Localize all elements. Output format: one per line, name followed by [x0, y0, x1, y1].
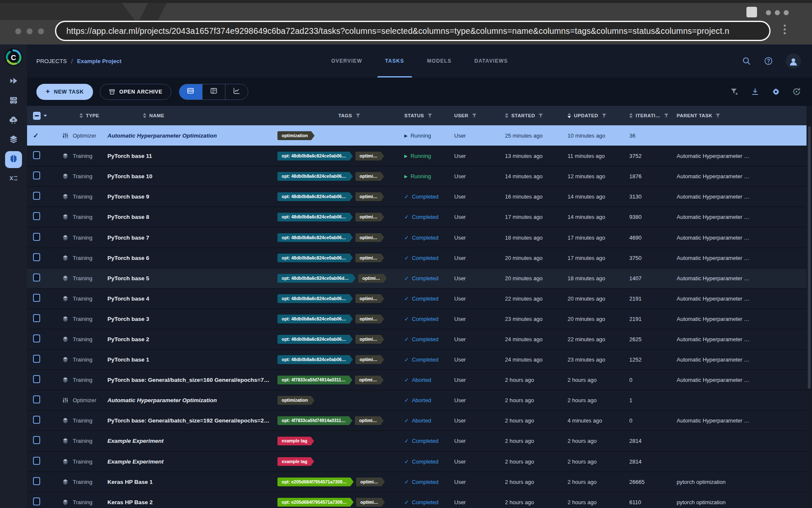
- select-all-checkbox[interactable]: [33, 112, 41, 120]
- row-select-cell[interactable]: [27, 314, 52, 324]
- task-name[interactable]: Example Experiment: [102, 458, 271, 465]
- auto-refresh-icon[interactable]: [792, 87, 801, 96]
- column-header-started[interactable]: STARTED: [498, 113, 561, 119]
- sidebar-item-getting-started[interactable]: [5, 73, 22, 90]
- row-checkbox[interactable]: [33, 151, 40, 159]
- table-row[interactable]: TrainingPyTorch base 5opt: 48db0b8a6c824…: [27, 268, 812, 288]
- row-select-cell[interactable]: [27, 294, 52, 304]
- sort-arrows-icon[interactable]: [568, 113, 571, 119]
- column-header-tags[interactable]: TAGS: [271, 113, 398, 118]
- row-select-cell[interactable]: [27, 457, 52, 467]
- table-row[interactable]: TrainingPyTorch base 3opt: 48db0b8a6c824…: [27, 309, 812, 329]
- tab-overview[interactable]: OVERVIEW: [322, 44, 371, 77]
- row-select-cell[interactable]: [27, 212, 52, 222]
- row-checkbox[interactable]: [33, 497, 40, 505]
- row-checkbox[interactable]: [33, 355, 40, 363]
- task-name[interactable]: Keras HP Base 1: [102, 479, 271, 485]
- row-select-cell[interactable]: [27, 497, 52, 507]
- row-select-cell[interactable]: [27, 273, 52, 283]
- row-checkbox[interactable]: [33, 477, 40, 485]
- help-icon[interactable]: [764, 56, 773, 66]
- row-select-cell[interactable]: [27, 477, 52, 487]
- task-name[interactable]: PyTorch base 1: [102, 356, 271, 363]
- open-archive-button[interactable]: OPEN ARCHIVE: [100, 84, 171, 100]
- browser-extension-icon[interactable]: [746, 7, 757, 17]
- column-header-name[interactable]: NAME: [102, 113, 271, 119]
- task-name[interactable]: Keras HP Base 2: [102, 499, 271, 505]
- address-bar[interactable]: https://app.clear.ml/projects/2043a1657f…: [55, 21, 771, 41]
- compare-view-button[interactable]: [225, 84, 248, 99]
- table-row[interactable]: TrainingKeras HP Base 2opt: e205d684f795…: [27, 492, 812, 508]
- table-row[interactable]: TrainingExample Experimentexample tag✓Co…: [27, 451, 812, 472]
- row-checkbox[interactable]: [33, 457, 40, 465]
- row-select-cell[interactable]: [27, 171, 52, 181]
- row-select-cell[interactable]: [27, 355, 52, 364]
- task-name[interactable]: PyTorch base 9: [102, 193, 271, 200]
- sort-arrows-icon[interactable]: [143, 113, 146, 119]
- table-row[interactable]: TrainingPyTorch base 4opt: 48db0b8a6c824…: [27, 288, 812, 309]
- user-avatar[interactable]: [786, 53, 801, 69]
- row-checkbox[interactable]: [33, 314, 40, 322]
- task-name[interactable]: PyTorch base 3: [102, 316, 271, 322]
- row-checkbox[interactable]: [33, 233, 40, 241]
- task-name[interactable]: PyTorch base 4: [102, 295, 271, 302]
- table-row[interactable]: ✓OptimizerAutomatic Hyperparameter Optim…: [27, 125, 812, 146]
- table-row[interactable]: TrainingPyTorch base 7opt: 48db0b8a6c824…: [27, 227, 812, 247]
- sort-arrows-icon[interactable]: [505, 113, 508, 119]
- window-controls[interactable]: [766, 10, 789, 15]
- row-checkbox[interactable]: [33, 334, 40, 342]
- task-name[interactable]: PyTorch base 2: [102, 336, 271, 342]
- row-select-cell[interactable]: [27, 375, 52, 385]
- table-row[interactable]: TrainingPyTorch base: General/batch_size…: [27, 410, 812, 431]
- table-row[interactable]: TrainingPyTorch base: General/batch_size…: [27, 370, 812, 390]
- sort-arrows-icon[interactable]: [80, 113, 83, 119]
- column-header-updated[interactable]: UPDATED: [561, 113, 623, 119]
- sidebar-item-workers-queues[interactable]: [5, 93, 22, 110]
- tab-models[interactable]: MODELS: [418, 44, 461, 77]
- row-checkbox[interactable]: [33, 273, 40, 282]
- table-row[interactable]: TrainingPyTorch base 9opt: 48db0b8a6c824…: [27, 186, 812, 207]
- filter-icon[interactable]: [664, 113, 669, 118]
- filter-icon[interactable]: [602, 113, 606, 118]
- filter-icon[interactable]: [428, 113, 432, 118]
- row-checkbox[interactable]: [33, 171, 40, 179]
- table-row[interactable]: TrainingPyTorch base 10opt: 48db0b8a6c82…: [27, 166, 812, 186]
- breadcrumb-root[interactable]: PROJECTS: [36, 58, 67, 64]
- row-checkbox[interactable]: [33, 192, 40, 200]
- table-row[interactable]: TrainingPyTorch base 6opt: 48db0b8a6c824…: [27, 248, 812, 268]
- column-header-iterations[interactable]: ITERATI…: [623, 113, 671, 119]
- row-select-cell[interactable]: [27, 436, 52, 446]
- task-name[interactable]: PyTorch base 8: [102, 214, 271, 220]
- table-row[interactable]: TrainingPyTorch base 2opt: 48db0b8a6c824…: [27, 329, 812, 349]
- row-select-cell[interactable]: [27, 151, 52, 161]
- task-name[interactable]: PyTorch base 7: [102, 235, 271, 241]
- tab-tasks[interactable]: TASKS: [376, 44, 413, 77]
- vertical-scrollbar-thumb[interactable]: [808, 126, 811, 389]
- column-header-user[interactable]: USER: [447, 113, 498, 118]
- vertical-scrollbar[interactable]: [807, 106, 812, 508]
- sidebar-item-cloud-autoscaler[interactable]: [5, 112, 22, 129]
- search-icon[interactable]: [742, 56, 751, 66]
- column-header-parent[interactable]: PARENT TASK: [671, 113, 812, 118]
- row-select-cell[interactable]: [27, 395, 52, 405]
- sort-arrows-icon[interactable]: [629, 113, 633, 119]
- table-row[interactable]: TrainingPyTorch base 11opt: 48db0b8a6c82…: [27, 146, 812, 166]
- table-row[interactable]: TrainingPyTorch base 1opt: 48db0b8a6c824…: [27, 349, 812, 370]
- task-name[interactable]: PyTorch base 5: [102, 275, 271, 282]
- row-checkbox[interactable]: [33, 395, 40, 403]
- row-select-cell[interactable]: [27, 233, 52, 243]
- column-header-status[interactable]: STATUS: [398, 113, 447, 118]
- task-name[interactable]: PyTorch base: General/batch_size=160 Gen…: [102, 377, 271, 383]
- task-name[interactable]: Automatic Hyperparameter Optimization: [102, 397, 271, 403]
- browser-nav-dots[interactable]: [15, 28, 44, 34]
- detail-view-button[interactable]: [202, 84, 225, 99]
- table-view-button[interactable]: [179, 84, 202, 99]
- sidebar-item-projects[interactable]: [5, 151, 22, 168]
- filter-icon[interactable]: [356, 113, 360, 118]
- tab-dataviews[interactable]: DATAVIEWS: [465, 44, 517, 77]
- row-checkbox[interactable]: [33, 253, 40, 261]
- row-select-cell[interactable]: [27, 416, 52, 425]
- select-all-caret-icon[interactable]: [44, 115, 47, 117]
- download-icon[interactable]: [751, 87, 760, 96]
- task-name[interactable]: Example Experiment: [102, 438, 271, 444]
